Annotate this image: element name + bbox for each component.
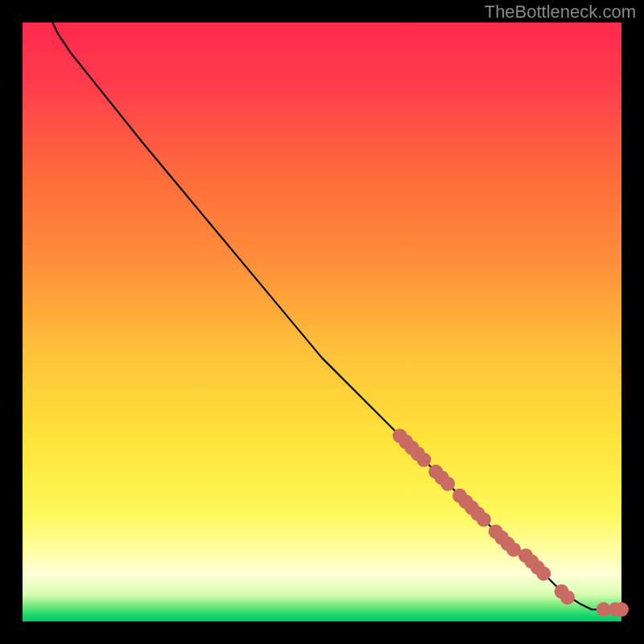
data-point [560, 590, 575, 605]
plot-area [23, 23, 621, 621]
chart-svg [0, 0, 644, 644]
data-point [440, 477, 455, 491]
data-point [477, 513, 491, 527]
data-point [417, 452, 431, 467]
data-point [614, 602, 629, 617]
data-point [536, 567, 551, 581]
chart-stage: TheBottleneck.com [0, 0, 644, 644]
watermark-text: TheBottleneck.com [485, 2, 636, 23]
